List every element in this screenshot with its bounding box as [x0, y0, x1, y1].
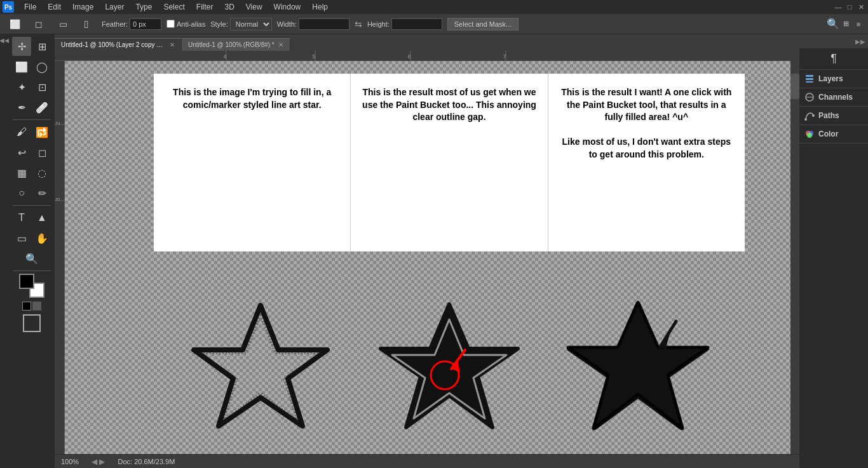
- left-panel-collapse[interactable]: ◀◀: [0, 34, 9, 468]
- svg-point-28: [804, 118, 807, 121]
- tab-close-1[interactable]: ✕: [278, 41, 283, 48]
- text-panel-2-content: This is the result most of us get when w…: [360, 86, 538, 124]
- hand-tool[interactable]: ✋: [32, 229, 51, 248]
- svg-text:3: 3: [55, 197, 61, 201]
- feather-input[interactable]: [130, 18, 161, 30]
- spot-heal-tool[interactable]: 🩹: [32, 98, 51, 117]
- svg-point-32: [807, 133, 812, 138]
- canvas-scroll-area: 2 3 This is the image I'm trying to fill…: [55, 61, 799, 454]
- gradient-tool[interactable]: ▦: [12, 163, 31, 182]
- scrollbar-thumb-v[interactable]: [790, 74, 799, 99]
- text-tool[interactable]: T: [12, 208, 31, 227]
- antialias-label: Anti-alias: [177, 20, 205, 28]
- svg-text:5: 5: [312, 53, 315, 60]
- zoom-level: 100%: [61, 458, 79, 465]
- workspace-icon-btn[interactable]: ⊞: [841, 20, 850, 29]
- tab-close-0[interactable]: ✕: [170, 41, 175, 48]
- rect-select-tool-option[interactable]: ⬜: [5, 15, 24, 34]
- lasso-tool[interactable]: ◯: [32, 57, 51, 76]
- color-label: Color: [818, 130, 838, 138]
- doc-info: Doc: 20.6M/23.9M: [118, 458, 175, 465]
- menu-view[interactable]: View: [241, 1, 268, 13]
- clone-stamp-tool[interactable]: 🔂: [32, 123, 51, 142]
- paths-panel-header[interactable]: Paths: [799, 107, 868, 124]
- ellipse-select-tool-option[interactable]: ◻: [29, 15, 48, 34]
- ruler-marks: 4 5 6 7: [131, 51, 799, 61]
- layers-icon: [804, 74, 815, 84]
- star-outline-container: [175, 283, 346, 454]
- stars-area: [154, 258, 745, 454]
- right-panel: ▶▶ ¶ Layers: [799, 34, 868, 468]
- paths-section: Paths: [799, 107, 868, 125]
- menu-edit[interactable]: Edit: [43, 1, 66, 13]
- nav-arrows[interactable]: ◀ ▶: [92, 457, 105, 466]
- vertical-scrollbar[interactable]: [790, 61, 799, 454]
- svg-point-29: [812, 114, 815, 117]
- svg-rect-23: [806, 75, 813, 77]
- move-tool[interactable]: ✢: [12, 37, 31, 56]
- width-input[interactable]: [299, 18, 349, 30]
- menu-filter[interactable]: Filter: [191, 1, 219, 13]
- tab-layer2copy2[interactable]: Untitled-1 @ 100% (Layer 2 copy 2, RGB/8…: [55, 38, 182, 51]
- color-panel-header[interactable]: Color: [799, 125, 868, 143]
- crop-tool[interactable]: ⊡: [32, 77, 51, 97]
- layers-panel-header[interactable]: Layers: [799, 70, 868, 88]
- minimize-button[interactable]: —: [834, 3, 843, 11]
- quick-mask-off[interactable]: [22, 302, 31, 311]
- menu-type[interactable]: Type: [130, 1, 157, 13]
- color-icon: [804, 129, 815, 139]
- select-mask-button[interactable]: Select and Mask...: [447, 18, 519, 30]
- artboard-tool[interactable]: ⊞: [32, 37, 51, 56]
- svg-rect-25: [806, 81, 813, 83]
- channels-panel-header[interactable]: Channels: [799, 88, 868, 106]
- maximize-button[interactable]: □: [845, 3, 854, 11]
- menu-image[interactable]: Image: [67, 1, 98, 13]
- tabs-bar: Untitled-1 @ 100% (Layer 2 copy 2, RGB/8…: [55, 34, 799, 51]
- blur-tool[interactable]: ◌: [32, 163, 51, 182]
- zoom-tool[interactable]: 🔍: [22, 249, 41, 268]
- options-more-btn[interactable]: ≡: [854, 20, 863, 29]
- layers-section: Layers: [799, 70, 868, 88]
- text-panels-area: This is the image I'm trying to fill in,…: [154, 74, 745, 251]
- height-input[interactable]: [391, 18, 442, 30]
- window-controls: — □ ✕: [834, 3, 865, 11]
- close-button[interactable]: ✕: [857, 3, 865, 11]
- tab-rgb[interactable]: Untitled-1 @ 100% (RGB/8#) * ✕: [182, 38, 290, 51]
- canvas-viewport[interactable]: This is the image I'm trying to fill in,…: [65, 61, 799, 454]
- pen-tool[interactable]: ✏: [32, 184, 51, 203]
- menu-bar: Ps File Edit Image Layer Type Select Fil…: [0, 0, 868, 14]
- brush-tool[interactable]: 🖌: [12, 123, 31, 142]
- frame-tool[interactable]: [23, 314, 41, 332]
- search-icon-btn[interactable]: 🔍: [829, 20, 837, 29]
- menu-select[interactable]: Select: [158, 1, 189, 13]
- character-panel-icon[interactable]: ¶: [831, 52, 837, 65]
- paths-icon: [804, 110, 815, 121]
- row-select-tool-option[interactable]: ▭: [53, 15, 72, 34]
- quick-select-tool[interactable]: ✦: [12, 77, 31, 97]
- history-brush-tool[interactable]: ↩: [12, 143, 31, 162]
- quick-mask-on[interactable]: [32, 302, 41, 311]
- eyedropper-tool[interactable]: ✒: [12, 98, 31, 117]
- text-panel-3-content: This is the result I want! A one click w…: [558, 86, 735, 161]
- right-panel-collapse[interactable]: ▶▶: [799, 34, 868, 48]
- dodge-tool[interactable]: ○: [12, 184, 31, 203]
- swap-icon[interactable]: ⇆: [355, 19, 362, 29]
- col-select-tool-option[interactable]: ▭: [78, 15, 97, 34]
- antialias-checkbox[interactable]: [166, 20, 175, 28]
- menu-window[interactable]: Window: [269, 1, 306, 13]
- width-group: Width:: [277, 18, 349, 30]
- path-select-tool[interactable]: ▲: [32, 208, 51, 227]
- svg-text:6: 6: [407, 53, 410, 60]
- menu-file[interactable]: File: [19, 1, 41, 13]
- foreground-color-swatch[interactable]: [19, 274, 34, 289]
- vertical-ruler: 2 3: [55, 61, 65, 454]
- style-select[interactable]: Normal: [230, 18, 272, 30]
- menu-3d[interactable]: 3D: [219, 1, 239, 13]
- shape-tool[interactable]: ▭: [12, 229, 31, 248]
- menu-help[interactable]: Help: [307, 1, 333, 13]
- eraser-tool[interactable]: ◻: [32, 143, 51, 162]
- star-filled-gap-container: [363, 283, 535, 454]
- rect-marquee-tool[interactable]: ⬜: [12, 57, 31, 76]
- menu-layer[interactable]: Layer: [100, 1, 129, 13]
- horizontal-ruler: 4 5 6 7: [55, 51, 799, 61]
